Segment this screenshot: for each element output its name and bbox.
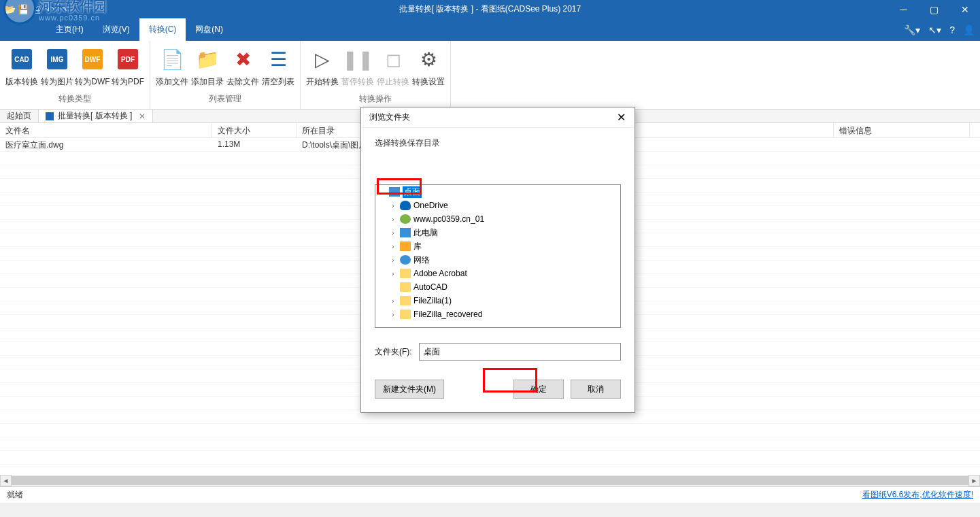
ribbon-转为DWF[interactable]: DWF转为DWF — [75, 44, 110, 90]
ribbon-清空列表[interactable]: ☰清空列表 — [260, 44, 296, 90]
folder-icon — [400, 282, 411, 292]
user-icon[interactable]: 👤 — [963, 24, 975, 35]
folder-icon — [400, 269, 411, 278]
dialog-close-button[interactable]: ✕ — [613, 110, 629, 126]
ribbon-转为图片[interactable]: IMG转为图片 — [39, 44, 75, 90]
window-title: 批量转换[ 版本转换 ] - 看图纸(CADSee Plus) 2017 — [399, 3, 581, 15]
redo-icon[interactable]: ↷ — [58, 4, 69, 15]
tree-item-此电脑[interactable]: ›此电脑 — [375, 226, 620, 239]
play-icon: ▷ — [311, 48, 334, 71]
col-filename[interactable]: 文件名 — [0, 123, 212, 137]
tree-item-OneDrive[interactable]: ›OneDrive — [375, 199, 620, 212]
cad-icon: CAD — [10, 48, 33, 71]
tab-icon — [46, 112, 54, 120]
save-icon[interactable]: 💾 — [18, 4, 29, 15]
network-icon — [400, 255, 411, 265]
ribbon-group-转换类型: CAD版本转换IMG转为图片DWF转为DWFPDF转为PDF转换类型 — [0, 41, 150, 109]
horizontal-scrollbar[interactable]: ◄ ► — [0, 475, 980, 486]
ribbon-group-title: 转换类型 — [4, 90, 146, 109]
tree-item-Adobe Acrobat[interactable]: ›Adobe Acrobat — [375, 267, 620, 280]
ribbon-添加目录[interactable]: 📁添加目录 — [190, 44, 225, 90]
ribbon-group-转换操作: ▷开始转换❚❚暂停转换◻停止转换⚙转换设置转换操作 — [301, 41, 451, 109]
tree-item-AutoCAD[interactable]: AutoCAD — [375, 280, 620, 294]
tree-item-库[interactable]: ›库 — [375, 239, 620, 253]
col-err[interactable]: 错误信息 — [834, 123, 970, 137]
ribbon-转换设置[interactable]: ⚙转换设置 — [411, 44, 446, 90]
window-controls: ─ ▢ ✕ — [888, 0, 980, 18]
wrench-icon[interactable]: 🔧▾ — [904, 24, 920, 35]
ribbon-group-title: 转换操作 — [305, 90, 446, 109]
menubar-tools: 🔧▾ ↖▾ ? 👤 — [904, 18, 975, 41]
expand-icon[interactable]: › — [389, 270, 397, 278]
user-icon — [400, 214, 411, 224]
folder-input[interactable] — [419, 343, 621, 361]
onedrive-icon — [400, 201, 411, 210]
open-icon[interactable]: 📂 — [4, 4, 15, 15]
expand-icon[interactable]: › — [389, 311, 397, 318]
close-button[interactable]: ✕ — [949, 0, 980, 18]
cancel-button[interactable]: 取消 — [571, 380, 621, 399]
tab-起始页[interactable]: 起始页 — [0, 110, 39, 122]
remove-file-icon: ✖ — [231, 48, 254, 71]
table-row-empty — [0, 437, 980, 451]
expand-icon[interactable]: › — [389, 202, 397, 210]
ribbon-group-列表管理: 📄添加文件📁添加目录✖去除文件☰清空列表列表管理 — [150, 41, 301, 109]
ribbon: CAD版本转换IMG转为图片DWF转为DWFPDF转为PDF转换类型📄添加文件📁… — [0, 41, 980, 110]
titlebar: 📂 💾 🖨 ↶ ↷ 批量转换[ 版本转换 ] - 看图纸(CADSee Plus… — [0, 0, 980, 18]
tab-批量转换[ 版本转换 ][interactable]: 批量转换[ 版本转换 ]✕ — [39, 110, 153, 122]
settings-icon: ⚙ — [417, 48, 440, 71]
ok-button[interactable]: 确定 — [513, 380, 564, 399]
menubar: 主页(H)浏览(V)转换(C)网盘(N) 🔧▾ ↖▾ ? 👤 — [0, 18, 980, 41]
pause-icon: ❚❚ — [346, 48, 369, 71]
dialog-titlebar: 浏览文件夹 ✕ — [361, 107, 635, 128]
expand-icon[interactable]: › — [389, 297, 397, 305]
folder-icon — [400, 296, 411, 305]
minimize-button[interactable]: ─ — [888, 0, 919, 18]
folder-tree[interactable]: 桌面›OneDrive›www.pc0359.cn_01›此电脑›库›网络›Ad… — [375, 184, 621, 328]
help-icon[interactable]: ? — [949, 24, 955, 35]
add-file-icon: 📄 — [160, 48, 184, 71]
print-icon[interactable]: 🖨 — [31, 4, 42, 15]
undo-icon[interactable]: ↶ — [45, 4, 56, 15]
folder-input-label: 文件夹(F): — [375, 346, 412, 358]
expand-icon[interactable]: › — [389, 229, 397, 237]
col-size[interactable]: 文件大小 — [212, 123, 297, 137]
desktop-icon — [389, 187, 400, 197]
ribbon-开始转换[interactable]: ▷开始转换 — [305, 44, 340, 90]
menu-网盘(N)[interactable]: 网盘(N) — [186, 18, 233, 41]
tree-item-www.pc0359.cn_01[interactable]: ›www.pc0359.cn_01 — [375, 212, 620, 226]
expand-icon[interactable]: › — [389, 216, 397, 223]
scroll-left-icon[interactable]: ◄ — [0, 475, 12, 486]
maximize-button[interactable]: ▢ — [919, 0, 949, 18]
clear-list-icon: ☰ — [267, 48, 290, 71]
tree-item-网络[interactable]: ›网络 — [375, 253, 620, 267]
table-row-empty — [0, 424, 980, 437]
tab-close-icon[interactable]: ✕ — [139, 112, 146, 121]
menu-转换(C)[interactable]: 转换(C) — [139, 18, 186, 41]
ribbon-版本转换[interactable]: CAD版本转换 — [4, 44, 39, 90]
scroll-right-icon[interactable]: ► — [968, 475, 980, 486]
ribbon-去除文件[interactable]: ✖去除文件 — [225, 44, 260, 90]
cell-size: 1.13M — [212, 138, 297, 151]
expand-icon[interactable]: › — [389, 256, 397, 264]
ribbon-转为PDF[interactable]: PDF转为PDF — [110, 44, 146, 90]
tree-item-桌面[interactable]: 桌面 — [375, 185, 620, 199]
scroll-thumb[interactable] — [12, 476, 968, 485]
dialog-title-text: 浏览文件夹 — [369, 112, 410, 123]
menu-主页(H)[interactable]: 主页(H) — [46, 18, 93, 41]
cursor-icon[interactable]: ↖▾ — [928, 24, 941, 35]
new-folder-button[interactable]: 新建文件夹(M) — [375, 380, 444, 399]
cell-name: 医疗室立面.dwg — [0, 138, 212, 151]
ribbon-添加文件[interactable]: 📄添加文件 — [154, 44, 190, 90]
expand-icon[interactable]: › — [389, 243, 397, 250]
browse-folder-dialog: 浏览文件夹 ✕ 选择转换保存目录 桌面›OneDrive›www.pc0359.… — [360, 107, 635, 413]
menu-浏览(V)[interactable]: 浏览(V) — [93, 18, 139, 41]
dwf-icon: DWF — [81, 48, 104, 71]
dialog-instruction: 选择转换保存目录 — [375, 137, 621, 149]
pc-icon — [400, 228, 411, 237]
tree-item-FileZilla(1)[interactable]: ›FileZilla(1) — [375, 294, 620, 307]
lib-icon — [400, 241, 411, 251]
tree-item-FileZilla_recovered[interactable]: ›FileZilla_recovered — [375, 307, 620, 321]
pdf-icon: PDF — [116, 48, 139, 71]
status-link[interactable]: 看图纸V6.6发布,优化软件速度! — [862, 489, 973, 501]
